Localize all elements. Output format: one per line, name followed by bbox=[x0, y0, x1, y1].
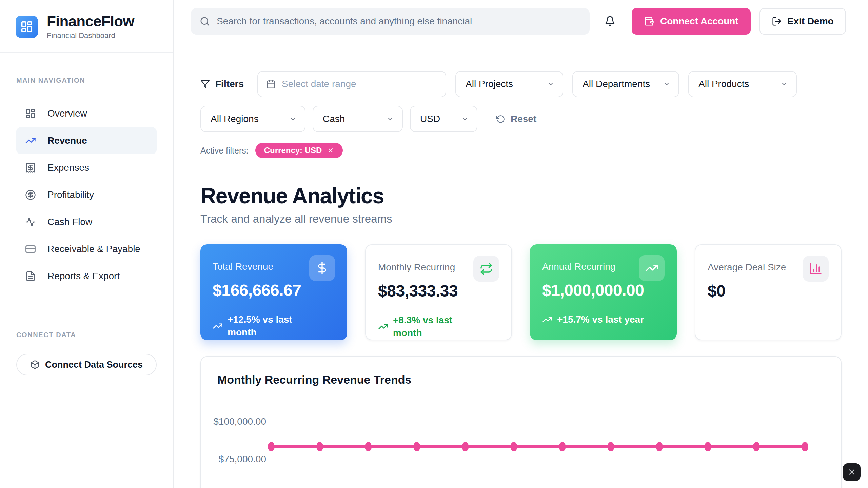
stat-value: $0 bbox=[708, 282, 829, 300]
data-point[interactable] bbox=[802, 442, 808, 451]
currency-select[interactable]: USD bbox=[410, 106, 477, 132]
stat-title: Annual Recurring bbox=[542, 261, 615, 272]
filters-bar: Filters Select date range All Projects A… bbox=[200, 43, 853, 170]
sidebar-item-label: Profitability bbox=[47, 189, 94, 200]
close-overlay-button[interactable] bbox=[843, 463, 861, 481]
trending-up-icon bbox=[25, 135, 36, 146]
active-filters-label: Active filters: bbox=[200, 146, 249, 156]
stat-change: +8.3% vs last month bbox=[378, 314, 499, 340]
data-point[interactable] bbox=[705, 442, 711, 451]
rotate-ccw-icon bbox=[496, 115, 505, 124]
connect-data-sources-label: Connect Data Sources bbox=[45, 360, 143, 370]
main-content: Filters Select date range All Projects A… bbox=[174, 43, 868, 488]
projects-select[interactable]: All Projects bbox=[455, 71, 563, 97]
stat-title: Total Revenue bbox=[213, 261, 273, 272]
sidebar-item-profitability[interactable]: Profitability bbox=[16, 181, 157, 208]
stat-card-total-revenue: Total Revenue $166,666.67 +12.5% vs last… bbox=[200, 244, 347, 340]
regions-select[interactable]: All Regions bbox=[200, 106, 305, 132]
trending-up-icon bbox=[645, 261, 658, 275]
sidebar-item-label: Overview bbox=[47, 108, 87, 119]
layout-dashboard-icon bbox=[25, 108, 36, 119]
mrr-line-chart: $100,000.00$75,000.00$50,000.00 bbox=[217, 398, 825, 488]
reset-filters-button[interactable]: Reset bbox=[494, 113, 538, 125]
data-point[interactable] bbox=[462, 442, 469, 451]
data-point[interactable] bbox=[268, 442, 275, 451]
close-icon bbox=[847, 468, 856, 476]
app-logo-block: FinanceFlow Financial Dashboard bbox=[0, 0, 173, 53]
connect-data-section-label: CONNECT DATA bbox=[16, 331, 157, 339]
close-icon[interactable] bbox=[327, 147, 334, 154]
stat-title: Monthly Recurring bbox=[378, 262, 455, 273]
search-icon bbox=[200, 16, 210, 26]
stat-value: $1,000,000.00 bbox=[542, 281, 665, 300]
data-point[interactable] bbox=[413, 442, 420, 451]
data-point[interactable] bbox=[753, 442, 760, 451]
sidebar-item-overview[interactable]: Overview bbox=[16, 100, 157, 127]
stat-cards: Total Revenue $166,666.67 +12.5% vs last… bbox=[200, 244, 842, 340]
data-point[interactable] bbox=[559, 442, 566, 451]
page-title: Revenue Analytics bbox=[200, 183, 842, 208]
chevron-down-icon bbox=[461, 115, 469, 123]
chevron-down-icon bbox=[663, 80, 670, 88]
sidebar-item-label: Revenue bbox=[47, 135, 87, 146]
layout-dashboard-icon bbox=[20, 20, 33, 33]
data-point[interactable] bbox=[511, 442, 517, 451]
date-range-input[interactable]: Select date range bbox=[257, 71, 446, 97]
connect-data-sources-button[interactable]: Connect Data Sources bbox=[16, 354, 157, 375]
sidebar-item-receivable-payable[interactable]: Receivable & Payable bbox=[16, 236, 157, 263]
activity-icon bbox=[25, 217, 36, 227]
chevron-down-icon bbox=[387, 115, 394, 123]
stat-card-annual-recurring: Annual Recurring $1,000,000.00 +15.7% vs… bbox=[530, 244, 677, 340]
stat-value: $166,666.67 bbox=[213, 281, 335, 300]
active-filter-chip-currency[interactable]: Currency: USD bbox=[255, 143, 343, 158]
wallet-icon bbox=[644, 16, 654, 26]
file-text-icon bbox=[25, 271, 36, 282]
credit-card-icon bbox=[25, 244, 36, 255]
connect-account-label: Connect Account bbox=[660, 16, 738, 27]
data-point[interactable] bbox=[365, 442, 372, 451]
trending-up-icon bbox=[213, 321, 223, 331]
chart-title: Monthly Recurring Revenue Trends bbox=[217, 373, 825, 386]
basis-select[interactable]: Cash bbox=[313, 106, 403, 132]
app-logo bbox=[16, 16, 38, 38]
data-point[interactable] bbox=[608, 442, 614, 451]
funnel-icon bbox=[200, 79, 210, 89]
sidebar-item-reports-export[interactable]: Reports & Export bbox=[16, 263, 157, 290]
chevron-down-icon bbox=[781, 80, 788, 88]
active-filters-row: Active filters: Currency: USD bbox=[200, 143, 842, 158]
sidebar-item-label: Reports & Export bbox=[47, 271, 120, 282]
sidebar-item-label: Cash Flow bbox=[47, 217, 92, 227]
bar-chart-icon bbox=[809, 262, 823, 276]
app-subtitle: Financial Dashboard bbox=[47, 31, 134, 40]
page-subtitle: Track and analyze all revenue streams bbox=[200, 212, 842, 225]
chevron-down-icon bbox=[547, 80, 554, 88]
notifications-button[interactable] bbox=[603, 14, 617, 29]
global-search[interactable] bbox=[191, 8, 590, 35]
sidebar-item-label: Expenses bbox=[47, 162, 89, 173]
sidebar-item-expenses[interactable]: Expenses bbox=[16, 154, 157, 181]
connect-account-button[interactable]: Connect Account bbox=[632, 8, 751, 35]
mrr-trends-chart-card: Monthly Recurring Revenue Trends $100,00… bbox=[200, 356, 842, 488]
data-point[interactable] bbox=[656, 442, 663, 451]
filters-title: Filters bbox=[200, 79, 244, 89]
stat-card-monthly-recurring: Monthly Recurring $83,333.33 +8.3% vs la… bbox=[365, 244, 512, 340]
page-header: Revenue Analytics Track and analyze all … bbox=[200, 183, 842, 225]
stat-change: +15.7% vs last year bbox=[542, 313, 665, 326]
chevron-down-icon bbox=[289, 115, 297, 123]
stat-value: $83,333.33 bbox=[378, 282, 499, 300]
repeat-icon bbox=[479, 262, 493, 276]
products-select[interactable]: All Products bbox=[688, 71, 797, 97]
exit-demo-label: Exit Demo bbox=[787, 16, 834, 27]
search-input[interactable] bbox=[216, 16, 581, 27]
top-header: Connect Account Exit Demo bbox=[174, 0, 868, 43]
data-point[interactable] bbox=[316, 442, 323, 451]
departments-select[interactable]: All Departments bbox=[572, 71, 679, 97]
dollar-sign-icon bbox=[315, 261, 329, 275]
sidebar-item-revenue[interactable]: Revenue bbox=[16, 127, 157, 154]
stat-card-average-deal-size: Average Deal Size $0 bbox=[695, 244, 842, 340]
nav-section-label: MAIN NAVIGATION bbox=[16, 77, 157, 84]
bell-icon bbox=[605, 16, 615, 26]
exit-demo-button[interactable]: Exit Demo bbox=[760, 8, 846, 35]
trending-up-icon bbox=[378, 322, 388, 332]
sidebar-item-cash-flow[interactable]: Cash Flow bbox=[16, 208, 157, 236]
